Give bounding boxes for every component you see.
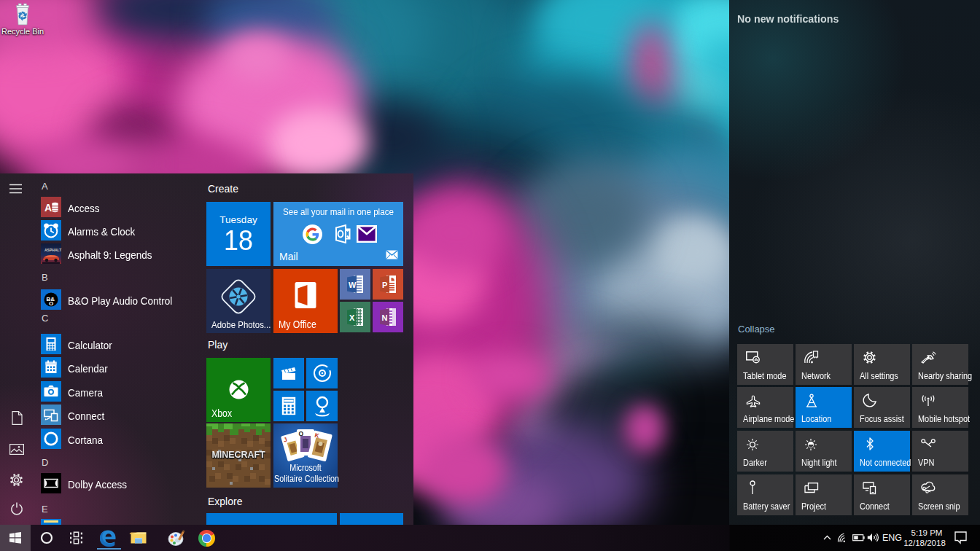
svg-text:W: W — [349, 281, 357, 289]
svg-text:ASPHALT: ASPHALT — [44, 248, 61, 252]
svg-text:O: O — [49, 300, 53, 307]
svg-text:N: N — [382, 313, 388, 322]
svg-text:X: X — [349, 313, 355, 322]
svg-text:A: A — [44, 202, 52, 214]
svg-text:P: P — [382, 281, 387, 289]
